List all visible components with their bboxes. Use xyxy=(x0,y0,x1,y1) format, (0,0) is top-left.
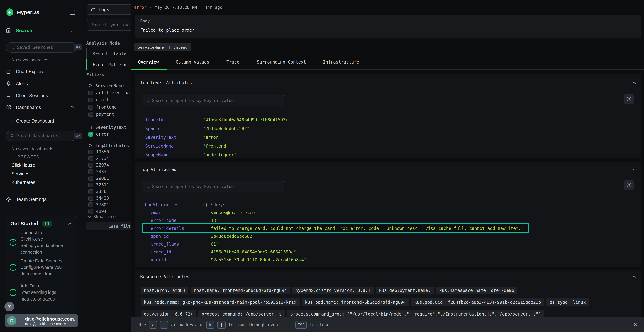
properties-search-field[interactable] xyxy=(152,98,280,103)
filter-option[interactable]: 37801 xyxy=(88,201,109,208)
attribute-row[interactable]: userId"92a55156-39a4-11f0-8ddd-a2eca416a… xyxy=(150,256,306,264)
attribute-row[interactable]: span_id"2b43d0c4dd6bc582" xyxy=(150,232,255,240)
filter-option[interactable]: 34423 xyxy=(88,194,109,202)
filter-option[interactable]: 19350 xyxy=(88,148,109,156)
filter-group-servicename[interactable]: ServiceName xyxy=(88,83,124,89)
filter-option[interactable]: 21734 xyxy=(88,155,109,162)
checkbox-unchecked[interactable] xyxy=(88,105,93,110)
sidebar-item-chart-explorer[interactable]: Chart Explorer xyxy=(6,68,46,76)
checkbox-unchecked[interactable] xyxy=(88,202,93,207)
attribute-row[interactable]: trace_flags"01" xyxy=(150,240,218,248)
saved-searches-field[interactable] xyxy=(17,45,72,50)
filter-option-checked[interactable]: ✓error xyxy=(88,130,109,138)
k-key[interactable]: k xyxy=(206,321,214,328)
help-button[interactable]: ? xyxy=(4,302,14,312)
filter-group-severitytext[interactable]: SeverityText xyxy=(88,124,126,130)
filter-option[interactable]: 22974 xyxy=(88,162,109,169)
less-filters-button[interactable]: Less filters xyxy=(86,222,130,230)
chevron-up-icon[interactable] xyxy=(68,222,72,226)
resource-tag[interactable]: k8s.pod.name: frontend-6b6c8d7bfd-ng894 xyxy=(302,298,409,306)
checkbox-unchecked[interactable] xyxy=(88,156,93,161)
collapse-section-icon[interactable] xyxy=(632,276,636,279)
attribute-row[interactable]: SeverityText"error" xyxy=(145,134,221,141)
attribute-tree-root[interactable]: ▾LogAttributes{}7 keys xyxy=(141,201,226,209)
properties-search[interactable] xyxy=(142,95,284,106)
filter-group-logattributes[interactable]: LogAttributes xyxy=(88,142,129,149)
close-icon[interactable]: × xyxy=(634,320,637,328)
collapse-sidebar-icon[interactable] xyxy=(69,9,76,16)
logo[interactable]: HyperDX xyxy=(6,8,40,16)
saved-dashboards-input[interactable]: ⌘K xyxy=(6,130,77,141)
event-search-input[interactable] xyxy=(87,19,130,31)
preset-services[interactable]: Services xyxy=(12,171,29,176)
checkbox-unchecked[interactable] xyxy=(88,150,93,154)
team-settings-link[interactable]: Team Settings xyxy=(6,197,46,202)
checkbox-unchecked[interactable] xyxy=(88,170,93,174)
tab-surrounding-context[interactable]: Surrounding Context xyxy=(257,60,306,64)
attribute-row[interactable]: ScopeName"node-logger" xyxy=(145,151,236,159)
source-selector-button[interactable]: Logs xyxy=(87,4,130,15)
checkbox-checked[interactable]: ✓ xyxy=(88,132,93,137)
filter-option[interactable]: 2333 xyxy=(88,168,106,175)
filter-option[interactable]: 4894 xyxy=(88,208,106,215)
preset-clickhouse[interactable]: ClickHouse xyxy=(12,162,35,168)
resource-tag[interactable]: k8s.deployment.name: xyxy=(376,286,434,294)
checkbox-unchecked[interactable] xyxy=(88,112,93,117)
filter-option[interactable]: 33261 xyxy=(88,188,109,195)
attribute-row[interactable]: TraceId"4156d3fbc40a64854d9dc7f68641593c… xyxy=(145,116,291,124)
filter-option[interactable]: payment xyxy=(88,111,114,118)
arrow-left-key[interactable]: ← xyxy=(149,321,157,328)
service-tag[interactable]: ServiceName: frontend xyxy=(134,44,191,51)
tab-trace[interactable]: Trace xyxy=(226,60,239,64)
checkbox-unchecked[interactable] xyxy=(88,189,93,194)
arrow-right-key[interactable]: → xyxy=(160,321,168,328)
checkbox-unchecked[interactable] xyxy=(88,163,93,168)
sidebar-section-search[interactable]: Search xyxy=(6,28,32,34)
checkbox-unchecked[interactable] xyxy=(88,98,93,102)
attribute-row[interactable]: error.code"13" xyxy=(150,216,218,224)
mode-event-patterns[interactable]: Event Patterns xyxy=(86,60,129,70)
preset-kubernetes[interactable]: Kubernetes xyxy=(12,180,35,185)
show-more-toggle[interactable]: Show more xyxy=(88,214,116,219)
filter-option[interactable]: artillery-loa xyxy=(88,89,130,96)
attribute-row[interactable]: ServiceName"frontend" xyxy=(145,142,229,150)
event-search-field[interactable] xyxy=(92,22,130,27)
checkbox-unchecked[interactable] xyxy=(88,196,93,201)
filter-option[interactable]: frontend xyxy=(88,104,117,111)
sidebar-item-alerts[interactable]: Alerts xyxy=(6,80,28,88)
presets-toggle[interactable]: PRESETS xyxy=(12,154,40,159)
attribute-row[interactable]: email"vmoses@example.com" xyxy=(150,209,260,216)
checkbox-unchecked[interactable] xyxy=(88,176,93,181)
user-account-chip[interactable]: D dale@clickhouse.com dale@clickhouse.co… xyxy=(5,314,78,327)
collapse-section-icon[interactable] xyxy=(632,82,636,85)
mode-results-table[interactable]: Results Table xyxy=(86,48,126,59)
tab-infrastructure[interactable]: Infrastructure xyxy=(323,60,359,64)
attribute-row[interactable]: trace_id"4156d3fbc40a64854d9dc7f68641593… xyxy=(150,248,296,256)
settings-button[interactable] xyxy=(624,94,634,104)
get-started-item[interactable]: ✓ Add Data Start sending logs, metrics, … xyxy=(10,283,74,302)
checkbox-unchecked[interactable] xyxy=(88,183,93,188)
saved-dashboards-field[interactable] xyxy=(17,133,72,138)
j-key[interactable]: j xyxy=(217,321,226,328)
resource-tag[interactable]: os.type: linux xyxy=(546,298,589,306)
filter-option[interactable]: 29081 xyxy=(88,175,109,182)
resource-tag[interactable]: k8s.pod.uid: f284fb2d-a0b3-4634-991b-e2c… xyxy=(411,298,544,306)
resource-tag[interactable]: k8s.namespace.name: otel-demo xyxy=(436,286,517,294)
get-started-item[interactable]: ✓ Connect to ClickHouse Set up your data… xyxy=(10,229,72,256)
attribute-row[interactable]: SpanId"2b43d0c4dd6bc582" xyxy=(145,125,249,132)
checkbox-unchecked[interactable] xyxy=(88,90,93,95)
sidebar-item-dashboards[interactable]: Dashboards xyxy=(6,104,41,111)
properties-search[interactable] xyxy=(142,181,284,192)
attribute-row-highlighted[interactable]: error.details"failed to charge card: cou… xyxy=(150,224,524,232)
chevron-up-icon[interactable] xyxy=(70,105,74,109)
filter-option[interactable]: email xyxy=(88,96,109,104)
collapse-section-icon[interactable] xyxy=(632,168,636,172)
get-started-item[interactable]: ✓ Create Data Sources Configure where yo… xyxy=(10,258,75,277)
settings-button[interactable] xyxy=(624,180,634,190)
resource-tag[interactable]: hyperdx.distro.version: 0.8.1 xyxy=(292,286,374,294)
checkbox-unchecked[interactable] xyxy=(88,209,93,214)
saved-searches-input[interactable]: ⌘K xyxy=(6,42,77,52)
create-dashboard-button[interactable]: + Create Dashboard xyxy=(10,118,54,124)
resource-tag[interactable]: host.arch: amd64 xyxy=(140,286,188,294)
chevron-up-icon[interactable] xyxy=(70,30,74,34)
